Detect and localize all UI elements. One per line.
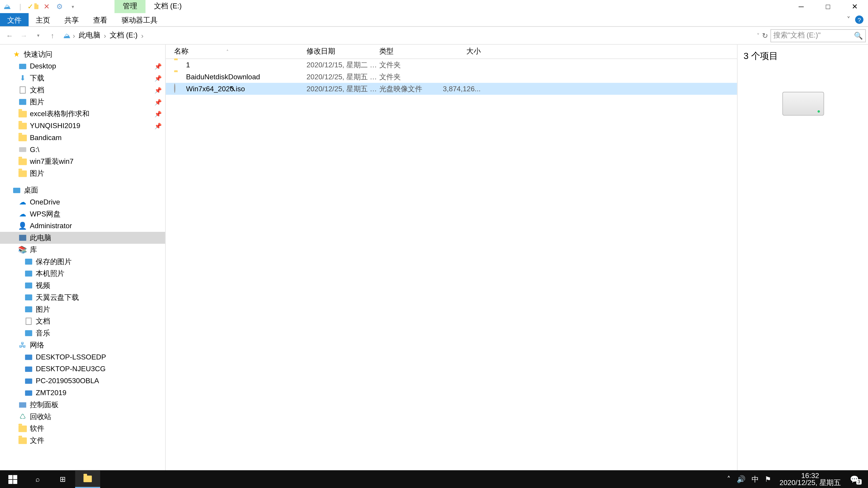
nav-back-button[interactable]: ← [2,28,17,42]
chevron-right-icon[interactable]: › [103,31,107,39]
nav-extra-item[interactable]: 软件 [0,422,165,434]
task-view-button[interactable]: ⊞ [50,470,75,488]
nav-desktop[interactable]: 桌面 [0,184,165,196]
chevron-right-icon[interactable]: › [140,31,145,39]
nav-quick-item[interactable]: G:\ [0,144,165,156]
nav-forward-button[interactable]: → [17,28,31,42]
ribbon-tab-home[interactable]: 主页 [29,13,57,26]
qat-app-icon[interactable]: ⛰ [1,1,13,13]
col-header-name[interactable]: 名称 ˄ [174,46,307,57]
nav-network-item[interactable]: DESKTOP-NJEU3CG [0,363,165,375]
nav-desktop-item[interactable]: ☁ WPS网盘 [0,208,165,220]
ribbon-tab-view[interactable]: 查看 [86,13,115,26]
start-button[interactable] [0,470,25,488]
taskbar-file-explorer[interactable] [75,470,100,488]
refresh-icon[interactable]: ↻ [762,31,768,39]
file-date: 2020/12/25, 星期五 1... [307,84,379,94]
nav-lib-item[interactable]: 视频 [0,280,165,291]
folder-icon [18,157,27,166]
nav-desktop-item[interactable]: 此电脑 [0,232,165,244]
nav-quick-item[interactable]: 图片 [0,167,165,180]
nav-network[interactable]: 🖧 网络 [0,339,165,351]
nav-extra-item[interactable]: 控制面板 [0,399,165,411]
qat-dropdown-icon[interactable]: ▾ [67,1,79,13]
addr-dropdown-icon[interactable]: ˅ [757,33,760,38]
nav-quick-item[interactable]: win7重装win7 [0,156,165,168]
nav-label: 保存的图片 [36,257,71,267]
file-row[interactable]: 1 2020/12/15, 星期二 1... 文件夹 [166,59,737,71]
search-input[interactable]: 搜索"文档 (E:)" 🔍 [770,29,866,42]
breadcrumb[interactable]: ⛰ › 此电脑 › 文档 (E:) › [60,29,757,41]
nav-quick-item[interactable]: Desktop 📌 [0,60,165,72]
breadcrumb-seg-this-pc[interactable]: 此电脑 [78,29,101,41]
pin-icon: 📌 [154,123,162,129]
nav-network-item[interactable]: DESKTOP-LSSOEDP [0,351,165,363]
folder-icon [18,169,27,178]
nav-desktop-item[interactable]: 📚 库 [0,244,165,256]
context-tab-manage[interactable]: 管理 [114,0,145,13]
nav-lib-item[interactable]: 音乐 [0,327,165,339]
column-headers: 名称 ˄ 修改日期 类型 大小 [166,45,737,59]
ribbon-expand-icon[interactable]: ˅ [847,15,850,24]
minimize-button[interactable]: ─ [788,0,815,13]
sort-asc-icon: ˄ [226,50,229,55]
col-header-size[interactable]: 大小 [439,46,481,57]
qat-close-x-icon[interactable]: ✕ [40,1,53,13]
nav-label: ZMT2019 [36,389,66,397]
network-icon: 🖧 [18,340,27,350]
recycle-icon: ♺ [18,412,27,421]
ribbon-tab-drive-tools[interactable]: 驱动器工具 [114,13,164,26]
chevron-right-icon[interactable]: › [72,31,76,39]
volume-icon[interactable]: 🔊 [737,475,746,483]
cloud-icon: ☁ [18,197,27,207]
tray-overflow-icon[interactable]: ˄ [727,475,731,483]
help-icon[interactable]: ? [855,15,864,24]
nav-recent-dropdown[interactable]: ▾ [31,28,45,42]
nav-lib-item[interactable]: 保存的图片 [0,256,165,268]
nav-quick-item[interactable]: 图片 📌 [0,96,165,108]
drive-icon [782,92,824,116]
pc-icon [18,233,27,242]
file-name: Win7x64_2020.iso [186,85,245,93]
nav-lib-item[interactable]: 本机照片 [0,267,165,280]
qat-gear-icon[interactable]: ⚙ [54,1,66,13]
ribbon-tabs: 文件 主页 共享 查看 驱动器工具 ˅ ? [0,13,868,27]
nav-quick-item[interactable]: ⬇ 下载 📌 [0,72,165,84]
notification-flag-icon[interactable]: ⚑ [765,475,771,483]
nav-label: 视频 [36,281,50,291]
col-header-date[interactable]: 修改日期 [307,46,379,57]
nav-quick-item[interactable]: YUNQISHI2019 📌 [0,120,165,132]
nav-quick-item[interactable]: excel表格制作求和 📌 [0,108,165,120]
nav-extra-item[interactable]: 文件 [0,434,165,447]
file-date: 2020/12/25, 星期五 1... [307,72,379,82]
search-icon[interactable]: 🔍 [854,31,863,39]
nav-network-item[interactable]: PC-20190530OBLA [0,375,165,387]
file-row[interactable]: Win7x64_2020.iso 2020/12/25, 星期五 1... 光盘… [166,83,737,95]
file-row[interactable]: BaiduNetdiskDownload 2020/12/25, 星期五 1..… [166,71,737,83]
col-header-type[interactable]: 类型 [379,46,439,57]
close-button[interactable]: ✕ [841,0,868,13]
nav-extra-item[interactable]: ♺ 回收站 [0,411,165,423]
ime-indicator[interactable]: 中 [752,474,759,484]
breadcrumb-seg-drive-e[interactable]: 文档 (E:) [108,29,139,41]
ribbon-tab-file[interactable]: 文件 [0,13,29,26]
nav-up-button[interactable]: ↑ [45,28,59,42]
action-center-button[interactable]: 💬3 [844,475,865,483]
nav-desktop-item[interactable]: 👤 Administrator [0,220,165,232]
ribbon-tab-share[interactable]: 共享 [57,13,86,26]
taskbar-clock[interactable]: 16:32 2020/12/25, 星期五 [776,471,844,488]
nav-lib-item[interactable]: 图片 [0,303,165,315]
nav-quick-access[interactable]: ★ 快速访问 [0,48,165,60]
maximize-button[interactable]: □ [815,0,842,13]
breadcrumb-root-icon[interactable]: ⛰ [63,31,70,39]
nav-desktop-item[interactable]: ☁ OneDrive [0,196,165,208]
nav-lib-item[interactable]: 文档 [0,315,165,327]
nav-quick-item[interactable]: 文档 📌 [0,84,165,96]
pic-icon [24,293,33,302]
nav-quick-item[interactable]: Bandicam [0,132,165,144]
nav-lib-item[interactable]: 天翼云盘下载 [0,291,165,303]
taskbar-search-button[interactable]: ⌕ [25,470,50,488]
monitor-icon [24,376,33,386]
qat-properties-icon[interactable]: ✓ [27,1,39,13]
nav-network-item[interactable]: ZMT2019 [0,387,165,399]
